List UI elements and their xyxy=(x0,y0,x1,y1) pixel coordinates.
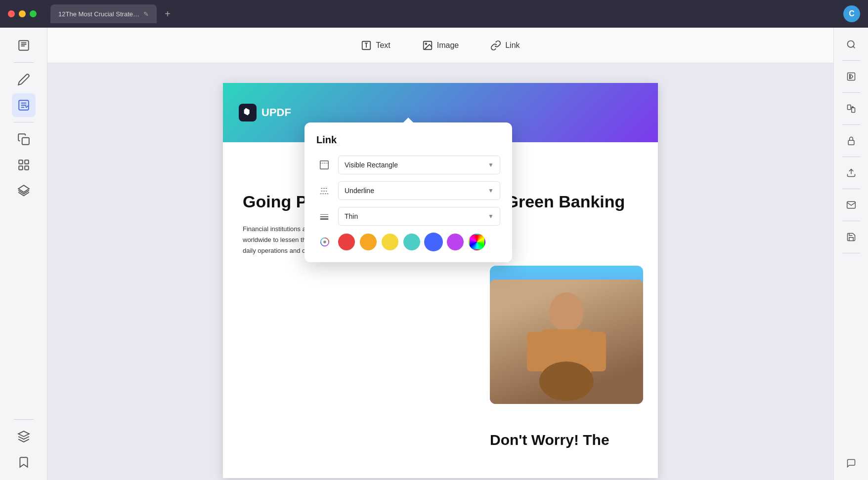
svg-rect-34 xyxy=(847,105,851,110)
right-divider-1 xyxy=(842,60,860,61)
left-sidebar xyxy=(0,28,47,480)
svg-rect-8 xyxy=(22,138,29,145)
svg-point-16 xyxy=(425,43,427,44)
sidebar-item-edit[interactable] xyxy=(12,93,36,117)
color-row xyxy=(316,234,500,250)
maximize-button[interactable] xyxy=(30,10,37,17)
search-icon[interactable] xyxy=(840,34,862,55)
main-layout: Text Image xyxy=(0,28,868,480)
sidebar-bottom xyxy=(12,416,36,474)
link-popup: Link Visible Rectangle ▼ xyxy=(304,122,512,262)
user-avatar[interactable]: C xyxy=(843,5,860,22)
content-area: Text Image xyxy=(47,28,833,480)
close-button[interactable] xyxy=(8,10,15,17)
color-swatch-purple[interactable] xyxy=(447,234,464,250)
text-tool[interactable]: Text xyxy=(355,36,396,55)
text-tool-icon xyxy=(361,40,372,51)
active-tab[interactable]: 12The Most Crucial Strate… ✎ xyxy=(50,4,157,23)
right-divider-7 xyxy=(842,253,860,253)
color-swatch-blue[interactable] xyxy=(425,234,442,250)
link-tool[interactable]: Link xyxy=(484,36,525,55)
popup-thickness-row: Thin ▼ xyxy=(316,207,500,226)
svg-rect-20 xyxy=(589,332,606,371)
style-icon xyxy=(316,183,332,199)
sidebar-divider-1 xyxy=(14,62,34,63)
updf-logo-text: UPDF xyxy=(261,106,291,119)
tab-title: 12The Most Crucial Strate… xyxy=(58,10,139,18)
sidebar-item-layers2[interactable] xyxy=(12,425,36,448)
secure-icon[interactable] xyxy=(840,130,862,152)
thickness-dropdown[interactable]: Thin ▼ xyxy=(338,207,500,226)
image-tool-label: Image xyxy=(437,41,459,50)
svg-rect-36 xyxy=(848,140,854,145)
updf-logo-icon xyxy=(239,104,257,121)
style-dropdown[interactable]: Underline ▼ xyxy=(338,181,500,200)
thickness-icon xyxy=(316,208,332,224)
shape-dropdown-label: Visible Rectangle xyxy=(345,161,398,169)
svg-rect-10 xyxy=(25,160,29,164)
svg-rect-22 xyxy=(320,161,329,169)
save-icon[interactable] xyxy=(840,226,862,248)
email-icon[interactable] xyxy=(840,194,862,216)
color-swatch-multicolor[interactable] xyxy=(469,234,485,250)
pdf-subheading: Don't Worry! The xyxy=(490,432,643,448)
style-dropdown-label: Underline xyxy=(345,187,374,195)
sidebar-item-layers[interactable] xyxy=(12,179,36,202)
shape-icon xyxy=(316,157,332,173)
link-tool-label: Link xyxy=(505,41,520,50)
thickness-dropdown-label: Thin xyxy=(345,212,358,220)
sidebar-item-bookmark[interactable] xyxy=(12,450,36,474)
sidebar-item-annotate[interactable] xyxy=(12,68,36,91)
updf-logo: UPDF xyxy=(239,104,291,121)
color-swatch-yellow[interactable] xyxy=(382,234,398,250)
color-picker-icon[interactable] xyxy=(316,234,333,250)
color-swatch-teal[interactable] xyxy=(403,234,420,250)
thickness-dropdown-arrow: ▼ xyxy=(488,213,494,220)
shape-dropdown[interactable]: Visible Rectangle ▼ xyxy=(338,156,500,174)
popup-title: Link xyxy=(316,134,500,146)
ocr-icon[interactable] xyxy=(840,66,862,87)
color-swatch-orange[interactable] xyxy=(360,234,377,250)
tab-edit-icon[interactable]: ✎ xyxy=(143,10,149,18)
top-toolbar: Text Image xyxy=(47,28,833,63)
sidebar-item-copy[interactable] xyxy=(12,127,36,151)
svg-point-30 xyxy=(323,240,326,243)
sidebar-item-organize[interactable] xyxy=(12,153,36,177)
add-tab-button[interactable]: + xyxy=(161,7,174,21)
svg-rect-9 xyxy=(19,160,23,164)
svg-rect-11 xyxy=(19,166,23,170)
sidebar-divider-2 xyxy=(14,122,34,122)
svg-rect-19 xyxy=(527,332,544,371)
right-divider-6 xyxy=(842,221,860,221)
right-divider-5 xyxy=(842,189,860,189)
svg-point-21 xyxy=(539,361,594,401)
page-wrapper[interactable]: UPDF 11 No Destination xyxy=(47,63,833,480)
share-icon[interactable] xyxy=(840,162,862,184)
comment-icon[interactable] xyxy=(840,452,862,474)
shape-dropdown-arrow: ▼ xyxy=(488,161,494,168)
right-sidebar xyxy=(833,28,868,480)
pdf-right-image xyxy=(490,266,643,404)
svg-line-32 xyxy=(853,46,855,48)
image-tool[interactable]: Image xyxy=(416,36,465,55)
right-divider-2 xyxy=(842,92,860,93)
color-swatch-red[interactable] xyxy=(338,234,355,250)
popup-style-row: Underline ▼ xyxy=(316,181,500,200)
image-tool-icon xyxy=(422,40,433,51)
svg-point-31 xyxy=(847,41,854,47)
right-divider-3 xyxy=(842,124,860,125)
tab-area: 12The Most Crucial Strate… ✎ + xyxy=(50,4,174,23)
sidebar-divider-3 xyxy=(14,419,34,420)
titlebar: 12The Most Crucial Strate… ✎ + C xyxy=(0,0,868,28)
person-photo xyxy=(490,280,643,404)
svg-rect-35 xyxy=(851,108,855,112)
minimize-button[interactable] xyxy=(19,10,26,17)
sidebar-item-document[interactable] xyxy=(12,34,36,57)
link-tool-icon xyxy=(490,40,501,51)
text-tool-label: Text xyxy=(376,41,390,50)
style-dropdown-arrow: ▼ xyxy=(488,187,494,194)
svg-rect-0 xyxy=(19,40,29,50)
convert-icon[interactable] xyxy=(840,98,862,120)
svg-point-17 xyxy=(549,292,584,332)
right-divider-4 xyxy=(842,157,860,157)
